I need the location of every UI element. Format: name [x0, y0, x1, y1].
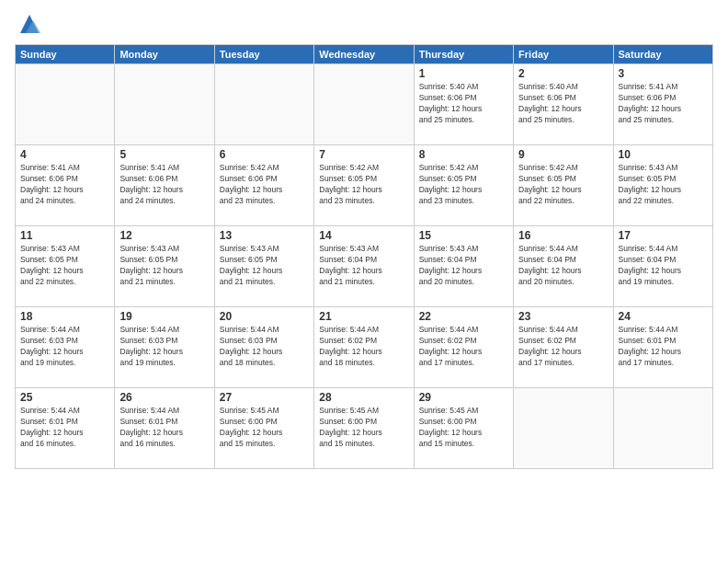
day-number: 5: [119, 148, 209, 161]
day-number: 4: [20, 148, 109, 161]
calendar-cell: 21Sunrise: 5:44 AMSunset: 6:02 PMDayligh…: [314, 307, 414, 388]
day-number: 28: [319, 391, 408, 404]
calendar-cell: 8Sunrise: 5:42 AMSunset: 6:05 PMDaylight…: [414, 145, 513, 226]
calendar-cell: 14Sunrise: 5:43 AMSunset: 6:04 PMDayligh…: [314, 226, 414, 307]
calendar-cell: 12Sunrise: 5:43 AMSunset: 6:05 PMDayligh…: [115, 226, 214, 307]
calendar-cell: 27Sunrise: 5:45 AMSunset: 6:00 PMDayligh…: [214, 388, 313, 469]
day-number: 20: [220, 310, 309, 323]
day-info: Sunrise: 5:44 AMSunset: 6:01 PMDaylight:…: [119, 406, 209, 450]
day-info: Sunrise: 5:43 AMSunset: 6:05 PMDaylight:…: [20, 244, 109, 288]
logo: [15, 11, 42, 37]
day-info: Sunrise: 5:44 AMSunset: 6:02 PMDaylight:…: [419, 325, 508, 369]
day-info: Sunrise: 5:41 AMSunset: 6:06 PMDaylight:…: [119, 163, 209, 207]
calendar-cell: [613, 388, 712, 469]
calendar-cell: 7Sunrise: 5:42 AMSunset: 6:05 PMDaylight…: [314, 145, 414, 226]
day-number: 9: [518, 148, 608, 161]
day-info: Sunrise: 5:41 AMSunset: 6:06 PMDaylight:…: [619, 82, 708, 126]
calendar-cell: 20Sunrise: 5:44 AMSunset: 6:03 PMDayligh…: [214, 307, 313, 388]
day-info: Sunrise: 5:44 AMSunset: 6:01 PMDaylight:…: [20, 406, 109, 450]
calendar-cell: 11Sunrise: 5:43 AMSunset: 6:05 PMDayligh…: [16, 226, 115, 307]
day-number: 23: [518, 310, 608, 323]
day-number: 24: [619, 310, 708, 323]
day-info: Sunrise: 5:43 AMSunset: 6:04 PMDaylight:…: [319, 244, 408, 288]
day-number: 21: [319, 310, 408, 323]
calendar-week-5: 25Sunrise: 5:44 AMSunset: 6:01 PMDayligh…: [16, 388, 713, 469]
calendar-header-row: SundayMondayTuesdayWednesdayThursdayFrid…: [16, 45, 713, 64]
calendar-cell: 9Sunrise: 5:42 AMSunset: 6:05 PMDaylight…: [514, 145, 613, 226]
day-number: 19: [119, 310, 209, 323]
calendar-header-friday: Friday: [514, 45, 613, 64]
day-info: Sunrise: 5:41 AMSunset: 6:06 PMDaylight:…: [20, 163, 109, 207]
day-info: Sunrise: 5:44 AMSunset: 6:01 PMDaylight:…: [619, 325, 708, 369]
calendar: SundayMondayTuesdayWednesdayThursdayFrid…: [15, 44, 713, 469]
day-info: Sunrise: 5:45 AMSunset: 6:00 PMDaylight:…: [419, 406, 508, 450]
day-info: Sunrise: 5:44 AMSunset: 6:02 PMDaylight:…: [319, 325, 408, 369]
day-info: Sunrise: 5:40 AMSunset: 6:06 PMDaylight:…: [419, 82, 508, 126]
calendar-cell: 10Sunrise: 5:43 AMSunset: 6:05 PMDayligh…: [613, 145, 712, 226]
day-number: 15: [419, 229, 508, 242]
day-info: Sunrise: 5:44 AMSunset: 6:04 PMDaylight:…: [619, 244, 708, 288]
day-info: Sunrise: 5:43 AMSunset: 6:04 PMDaylight:…: [419, 244, 508, 288]
day-info: Sunrise: 5:40 AMSunset: 6:06 PMDaylight:…: [518, 82, 608, 126]
header: [15, 11, 713, 37]
day-info: Sunrise: 5:42 AMSunset: 6:05 PMDaylight:…: [518, 163, 608, 207]
calendar-cell: 25Sunrise: 5:44 AMSunset: 6:01 PMDayligh…: [16, 388, 115, 469]
day-info: Sunrise: 5:45 AMSunset: 6:00 PMDaylight:…: [220, 406, 309, 450]
calendar-cell: 22Sunrise: 5:44 AMSunset: 6:02 PMDayligh…: [414, 307, 513, 388]
calendar-header-saturday: Saturday: [613, 45, 712, 64]
day-info: Sunrise: 5:43 AMSunset: 6:05 PMDaylight:…: [220, 244, 309, 288]
calendar-cell: 16Sunrise: 5:44 AMSunset: 6:04 PMDayligh…: [514, 226, 613, 307]
day-info: Sunrise: 5:44 AMSunset: 6:03 PMDaylight:…: [20, 325, 109, 369]
calendar-cell: 17Sunrise: 5:44 AMSunset: 6:04 PMDayligh…: [613, 226, 712, 307]
day-number: 2: [518, 67, 608, 80]
calendar-cell: [16, 64, 115, 145]
day-number: 3: [619, 67, 708, 80]
day-number: 14: [319, 229, 408, 242]
day-info: Sunrise: 5:43 AMSunset: 6:05 PMDaylight:…: [119, 244, 209, 288]
calendar-cell: 18Sunrise: 5:44 AMSunset: 6:03 PMDayligh…: [16, 307, 115, 388]
calendar-header-thursday: Thursday: [414, 45, 513, 64]
day-number: 18: [20, 310, 109, 323]
calendar-cell: [115, 64, 214, 145]
calendar-cell: 15Sunrise: 5:43 AMSunset: 6:04 PMDayligh…: [414, 226, 513, 307]
calendar-cell: 19Sunrise: 5:44 AMSunset: 6:03 PMDayligh…: [115, 307, 214, 388]
day-info: Sunrise: 5:42 AMSunset: 6:05 PMDaylight:…: [419, 163, 508, 207]
calendar-cell: [514, 388, 613, 469]
calendar-header-tuesday: Tuesday: [214, 45, 313, 64]
calendar-cell: 23Sunrise: 5:44 AMSunset: 6:02 PMDayligh…: [514, 307, 613, 388]
calendar-cell: 24Sunrise: 5:44 AMSunset: 6:01 PMDayligh…: [613, 307, 712, 388]
day-number: 13: [220, 229, 309, 242]
calendar-week-2: 4Sunrise: 5:41 AMSunset: 6:06 PMDaylight…: [16, 145, 713, 226]
calendar-cell: 2Sunrise: 5:40 AMSunset: 6:06 PMDaylight…: [514, 64, 613, 145]
calendar-header-wednesday: Wednesday: [314, 45, 414, 64]
day-info: Sunrise: 5:44 AMSunset: 6:03 PMDaylight:…: [220, 325, 309, 369]
day-number: 26: [119, 391, 209, 404]
day-info: Sunrise: 5:44 AMSunset: 6:02 PMDaylight:…: [518, 325, 608, 369]
day-number: 10: [619, 148, 708, 161]
day-number: 17: [619, 229, 708, 242]
calendar-header-monday: Monday: [115, 45, 214, 64]
day-info: Sunrise: 5:45 AMSunset: 6:00 PMDaylight:…: [319, 406, 408, 450]
page: SundayMondayTuesdayWednesdayThursdayFrid…: [0, 0, 728, 563]
day-number: 6: [220, 148, 309, 161]
day-number: 16: [518, 229, 608, 242]
calendar-cell: 13Sunrise: 5:43 AMSunset: 6:05 PMDayligh…: [214, 226, 313, 307]
calendar-header-sunday: Sunday: [16, 45, 115, 64]
calendar-cell: 5Sunrise: 5:41 AMSunset: 6:06 PMDaylight…: [115, 145, 214, 226]
calendar-cell: 26Sunrise: 5:44 AMSunset: 6:01 PMDayligh…: [115, 388, 214, 469]
day-info: Sunrise: 5:42 AMSunset: 6:06 PMDaylight:…: [220, 163, 309, 207]
day-number: 25: [20, 391, 109, 404]
calendar-cell: [214, 64, 313, 145]
calendar-cell: 3Sunrise: 5:41 AMSunset: 6:06 PMDaylight…: [613, 64, 712, 145]
calendar-cell: [314, 64, 414, 145]
calendar-cell: 1Sunrise: 5:40 AMSunset: 6:06 PMDaylight…: [414, 64, 513, 145]
day-number: 29: [419, 391, 508, 404]
day-info: Sunrise: 5:42 AMSunset: 6:05 PMDaylight:…: [319, 163, 408, 207]
calendar-cell: 4Sunrise: 5:41 AMSunset: 6:06 PMDaylight…: [16, 145, 115, 226]
day-number: 8: [419, 148, 508, 161]
day-number: 12: [119, 229, 209, 242]
day-number: 1: [419, 67, 508, 80]
calendar-week-3: 11Sunrise: 5:43 AMSunset: 6:05 PMDayligh…: [16, 226, 713, 307]
day-info: Sunrise: 5:44 AMSunset: 6:03 PMDaylight:…: [119, 325, 209, 369]
day-number: 22: [419, 310, 508, 323]
